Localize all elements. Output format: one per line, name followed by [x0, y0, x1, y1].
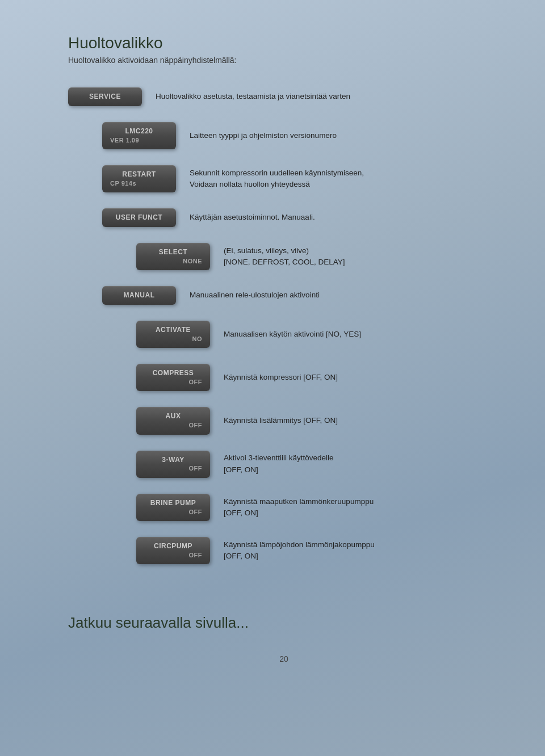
- lmc220-row: LMC220 VER 1.09 Laitteen tyyppi ja ohjel…: [102, 122, 500, 149]
- menu-section: SERVICE Huoltovalikko asetusta, testaami…: [68, 87, 500, 580]
- user-funct-button[interactable]: USER FUNCT: [102, 208, 176, 227]
- brine-pump-button[interactable]: BRINE PUMP OFF: [136, 494, 210, 521]
- restart-sub: CP 914s: [110, 179, 168, 188]
- manual-row: MANUAL Manuaalinen rele-ulostulojen akti…: [102, 286, 500, 305]
- user-funct-row: USER FUNCT Käyttäjän asetustoiminnot. Ma…: [102, 208, 500, 227]
- aux-sub: OFF: [144, 421, 202, 430]
- restart-button[interactable]: RESTART CP 914s: [102, 165, 176, 192]
- aux-button[interactable]: AUX OFF: [136, 407, 210, 434]
- three-way-button[interactable]: 3-WAY OFF: [136, 451, 210, 478]
- circpump-sub: OFF: [144, 551, 202, 560]
- compress-sub: OFF: [144, 378, 202, 387]
- lmc220-line2: VER 1.09: [110, 136, 168, 145]
- restart-line1: RESTART: [122, 170, 156, 178]
- aux-line1: AUX: [166, 412, 181, 420]
- activate-button[interactable]: ACTIVATE NO: [136, 321, 210, 348]
- user-funct-label: Käyttäjän asetustoiminnot. Manuaali.: [190, 212, 315, 223]
- continue-text: Jatkuu seuraavalla sivulla...: [68, 614, 500, 632]
- three-way-label: Aktivoi 3-tieventtiili käyttövedelle[OFF…: [224, 452, 334, 476]
- page-footer: Jatkuu seuraavalla sivulla...: [68, 614, 500, 632]
- brine-pump-row: BRINE PUMP OFF Käynnistä maaputken lämmö…: [136, 494, 500, 521]
- select-none-button[interactable]: SELECT NONE: [136, 243, 210, 270]
- three-way-row: 3-WAY OFF Aktivoi 3-tieventtiili käyttöv…: [136, 451, 500, 478]
- circpump-line1: CIRCPUMP: [154, 542, 192, 550]
- compress-label: Käynnistä kompressori [OFF, ON]: [224, 372, 338, 383]
- manual-button[interactable]: MANUAL: [102, 286, 176, 305]
- three-way-line1: 3-WAY: [162, 456, 184, 464]
- activate-line1: ACTIVATE: [156, 326, 191, 334]
- service-button[interactable]: SERVICE: [68, 87, 142, 106]
- aux-label: Käynnistä lisälämmitys [OFF, ON]: [224, 415, 338, 426]
- circpump-label: Käynnistä lämpöjohdon lämmönjakopumppu[O…: [224, 539, 375, 562]
- select-sub: NONE: [144, 257, 202, 266]
- compress-row: COMPRESS OFF Käynnistä kompressori [OFF,…: [136, 364, 500, 391]
- page-subtitle: Huoltovalikko aktivoidaan näppäinyhdiste…: [68, 56, 500, 65]
- brine-pump-sub: OFF: [144, 508, 202, 516]
- activate-row: ACTIVATE NO Manuaalisen käytön aktivoint…: [136, 321, 500, 348]
- manual-label: Manuaalinen rele-ulostulojen aktivointi: [190, 289, 320, 301]
- restart-label: Sekunnit kompressorin uudelleen käynnist…: [190, 167, 364, 191]
- page-number: 20: [68, 654, 500, 663]
- select-line1: SELECT: [159, 248, 187, 256]
- page-container: Huoltovalikko Huoltovalikko aktivoidaan …: [0, 0, 545, 698]
- lmc220-label: Laitteen tyyppi ja ohjelmiston versionum…: [190, 130, 337, 141]
- brine-pump-line1: BRINE PUMP: [150, 499, 196, 507]
- restart-row: RESTART CP 914s Sekunnit kompressorin uu…: [102, 165, 500, 192]
- activate-label: Manuaalisen käytön aktivointi [NO, YES]: [224, 329, 361, 340]
- circpump-row: CIRCPUMP OFF Käynnistä lämpöjohdon lämmö…: [136, 537, 500, 564]
- select-label: (Ei, sulatus, viileys, viive)[NONE, DEFR…: [224, 245, 345, 268]
- service-label: Huoltovalikko asetusta, testaamista ja v…: [156, 91, 350, 102]
- lmc220-line1: LMC220: [125, 127, 153, 135]
- circpump-button[interactable]: CIRCPUMP OFF: [136, 537, 210, 564]
- select-none-row: SELECT NONE (Ei, sulatus, viileys, viive…: [136, 243, 500, 270]
- compress-button[interactable]: COMPRESS OFF: [136, 364, 210, 391]
- brine-pump-label: Käynnistä maaputken lämmönkeruupumppu[OF…: [224, 496, 374, 519]
- page-title: Huoltovalikko: [68, 34, 500, 52]
- activate-sub: NO: [144, 335, 202, 343]
- compress-line1: COMPRESS: [153, 369, 194, 377]
- service-row: SERVICE Huoltovalikko asetusta, testaami…: [68, 87, 500, 106]
- three-way-sub: OFF: [144, 464, 202, 473]
- lmc220-button[interactable]: LMC220 VER 1.09: [102, 122, 176, 149]
- aux-row: AUX OFF Käynnistä lisälämmitys [OFF, ON]: [136, 407, 500, 434]
